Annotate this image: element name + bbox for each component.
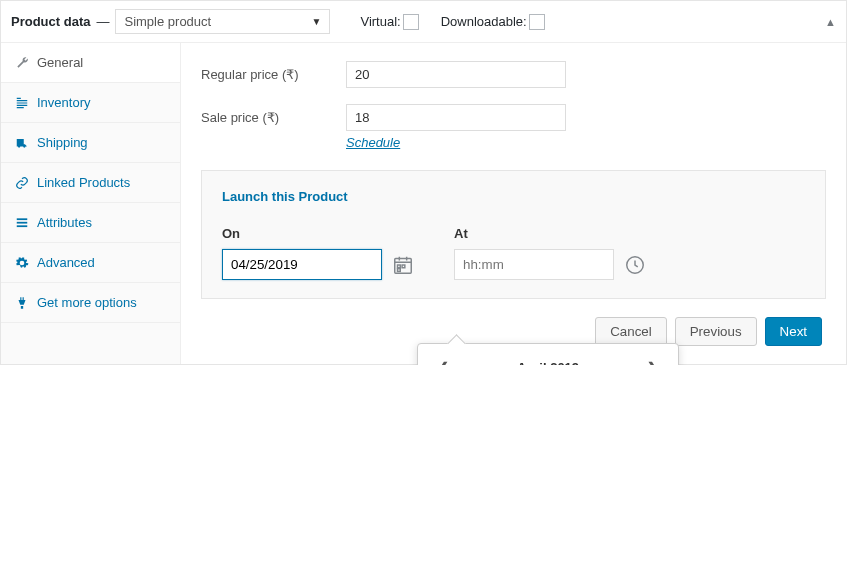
chevron-down-icon: ▼ <box>312 16 322 27</box>
tab-label: Get more options <box>37 295 137 310</box>
tab-label: Attributes <box>37 215 92 230</box>
wrench-icon <box>15 56 29 70</box>
regular-price-label: Regular price (₹) <box>201 67 346 82</box>
schedule-link[interactable]: Schedule <box>346 135 400 150</box>
svg-rect-2 <box>17 225 28 227</box>
link-icon <box>15 176 29 190</box>
main-content: Regular price (₹) Sale price (₹) Schedul… <box>181 43 846 364</box>
regular-price-input[interactable] <box>346 61 566 88</box>
cancel-button[interactable]: Cancel <box>595 317 667 346</box>
tab-advanced[interactable]: Advanced <box>1 243 180 283</box>
next-month-button[interactable]: ❯ <box>641 358 664 365</box>
launch-date-input[interactable] <box>222 249 382 280</box>
sidebar: GeneralInventoryShippingLinked ProductsA… <box>1 43 181 364</box>
clock-icon[interactable] <box>624 254 646 276</box>
tab-attributes[interactable]: Attributes <box>1 203 180 243</box>
product-type-select[interactable]: Simple product ▼ <box>115 9 330 34</box>
product-type-value: Simple product <box>124 14 211 29</box>
product-data-panel: Product data — Simple product ▼ Virtual:… <box>0 0 847 365</box>
panel-title: Product data <box>11 14 90 29</box>
svg-rect-1 <box>17 221 28 223</box>
tab-general[interactable]: General <box>1 43 180 83</box>
tab-shipping[interactable]: Shipping <box>1 123 180 163</box>
tab-label: Linked Products <box>37 175 130 190</box>
launch-heading: Launch this Product <box>222 189 805 204</box>
virtual-checkbox[interactable] <box>403 14 419 30</box>
previous-button[interactable]: Previous <box>675 317 757 346</box>
list-icon <box>15 216 29 230</box>
datepicker-popup: ❮ April 2019 ❯ SuMoTuWeThFrSa31123456789… <box>417 343 679 365</box>
next-button[interactable]: Next <box>765 317 822 346</box>
tab-label: Advanced <box>37 255 95 270</box>
launch-box: Launch this Product On At <box>201 170 826 299</box>
svg-rect-4 <box>398 265 401 268</box>
tab-linked-products[interactable]: Linked Products <box>1 163 180 203</box>
inventory-icon <box>15 96 29 110</box>
sale-price-label: Sale price (₹) <box>201 110 346 125</box>
gear-icon <box>15 256 29 270</box>
on-label: On <box>222 226 414 241</box>
tab-inventory[interactable]: Inventory <box>1 83 180 123</box>
svg-rect-6 <box>398 268 401 271</box>
downloadable-flag[interactable]: Downloadable: <box>441 14 545 30</box>
plugin-icon <box>15 296 29 310</box>
month-title: April 2019 <box>517 360 579 365</box>
tab-get-more-options[interactable]: Get more options <box>1 283 180 323</box>
calendar-icon[interactable] <box>392 254 414 276</box>
tab-label: General <box>37 55 83 70</box>
virtual-flag[interactable]: Virtual: <box>360 14 418 30</box>
panel-header: Product data — Simple product ▼ Virtual:… <box>1 1 846 43</box>
collapse-icon[interactable]: ▲ <box>825 16 836 28</box>
tab-label: Shipping <box>37 135 88 150</box>
truck-icon <box>15 136 29 150</box>
at-label: At <box>454 226 646 241</box>
svg-rect-5 <box>402 265 405 268</box>
prev-month-button[interactable]: ❮ <box>432 358 455 365</box>
downloadable-checkbox[interactable] <box>529 14 545 30</box>
launch-time-input[interactable] <box>454 249 614 280</box>
svg-rect-0 <box>17 218 28 220</box>
tab-label: Inventory <box>37 95 90 110</box>
sale-price-input[interactable] <box>346 104 566 131</box>
